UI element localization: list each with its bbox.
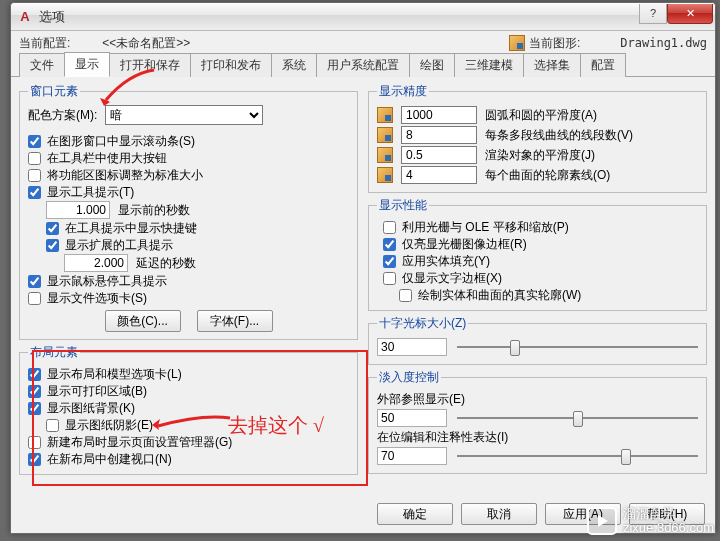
chk-pan[interactable]: 利用光栅与 OLE 平移和缩放(P) <box>383 219 569 235</box>
chk-textframe[interactable]: 仅显示文字边框(X) <box>383 270 502 286</box>
right-column: 显示精度 1000 圆弧和圆的平滑度(A) 8 每条多段线曲线的线段数(V) 0… <box>368 83 707 493</box>
fade-xref-input[interactable] <box>377 409 447 427</box>
p4-label: 每个曲面的轮廓素线(O) <box>485 167 610 184</box>
fonts-button[interactable]: 字体(F)... <box>197 310 273 332</box>
chk-frame[interactable]: 仅亮显光栅图像边框(R) <box>383 236 527 252</box>
chk-papershadow[interactable]: 显示图纸阴影(E) <box>46 417 153 433</box>
dwg-icon <box>377 167 393 183</box>
fade-xref-label: 外部参照显示(E) <box>377 391 465 407</box>
display-performance-legend: 显示性能 <box>377 197 429 214</box>
chk-layouttabs[interactable]: 显示布局和模型选项卡(L) <box>28 366 182 382</box>
tab-draw[interactable]: 绘图 <box>409 53 455 77</box>
chk-paperbg[interactable]: 显示图纸背景(K) <box>28 400 135 416</box>
options-dialog: A 选项 ? ✕ 当前配置: <<未命名配置>> 当前图形: Drawing1.… <box>10 2 716 534</box>
chk-printable[interactable]: 显示可打印区域(B) <box>28 383 147 399</box>
tab-select[interactable]: 选择集 <box>523 53 581 77</box>
tab-opensave[interactable]: 打开和保存 <box>109 53 191 77</box>
chk-scroll[interactable]: 在图形窗口中显示滚动条(S) <box>28 133 195 149</box>
content: 窗口元素 配色方案(M): 暗 在图形窗口中显示滚动条(S) 在工具栏中使用大按… <box>11 77 715 497</box>
window-buttons: ? ✕ <box>639 4 713 24</box>
display-performance-group: 显示性能 利用光栅与 OLE 平移和缩放(P) 仅亮显光栅图像边框(R) 应用实… <box>368 197 707 311</box>
current-drawing-label: 当前图形: <box>529 35 580 52</box>
layout-elements-legend: 布局元素 <box>28 344 80 361</box>
current-drawing-value: Drawing1.dwg <box>620 36 707 50</box>
tab-plot[interactable]: 打印和发布 <box>190 53 272 77</box>
dwg-icon <box>377 147 393 163</box>
tab-profiles[interactable]: 配置 <box>580 53 626 77</box>
crosshair-input[interactable] <box>377 338 447 356</box>
p1-label: 圆弧和圆的平滑度(A) <box>485 107 597 124</box>
profile-row: 当前配置: <<未命名配置>> 当前图形: Drawing1.dwg <box>11 31 715 53</box>
help-button[interactable]: ? <box>639 4 667 24</box>
chk-bigbtn[interactable]: 在工具栏中使用大按钮 <box>28 150 167 166</box>
fade-xref-slider[interactable] <box>457 408 698 428</box>
tab-system[interactable]: 系统 <box>271 53 317 77</box>
p3-input[interactable]: 0.5 <box>401 146 477 164</box>
dwg-icon <box>377 127 393 143</box>
colors-button[interactable]: 颜色(C)... <box>105 310 181 332</box>
app-icon: A <box>17 9 33 25</box>
close-button[interactable]: ✕ <box>667 4 713 24</box>
scheme-select[interactable]: 暗 <box>105 105 263 125</box>
delay-sec-input[interactable] <box>64 254 128 272</box>
tab-userpref[interactable]: 用户系统配置 <box>316 53 410 77</box>
tab-3d[interactable]: 三维建模 <box>454 53 524 77</box>
crosshair-slider[interactable] <box>457 337 698 357</box>
chk-shortcut[interactable]: 在工具提示中显示快捷键 <box>46 220 197 236</box>
crosshair-legend: 十字光标大小(Z) <box>377 315 468 332</box>
help-button[interactable]: 帮助(H) <box>629 503 705 525</box>
p1-input[interactable]: 1000 <box>401 106 477 124</box>
chk-ext-tt[interactable]: 显示扩展的工具提示 <box>46 237 173 253</box>
p4-input[interactable]: 4 <box>401 166 477 184</box>
chk-tooltips[interactable]: 显示工具提示(T) <box>28 184 134 200</box>
fade-edit-slider[interactable] <box>457 446 698 466</box>
display-precision-group: 显示精度 1000 圆弧和圆的平滑度(A) 8 每条多段线曲线的线段数(V) 0… <box>368 83 707 193</box>
footer: 确定 取消 应用(A) 帮助(H) <box>11 497 715 533</box>
scheme-label: 配色方案(M): <box>28 107 97 123</box>
delay-sec-label: 延迟的秒数 <box>136 255 196 271</box>
chk-filetabs[interactable]: 显示文件选项卡(S) <box>28 290 147 306</box>
dwg-icon <box>377 107 393 123</box>
p2-input[interactable]: 8 <box>401 126 477 144</box>
current-profile-value: <<未命名配置>> <box>102 35 190 52</box>
chk-stdicon[interactable]: 将功能区图标调整为标准大小 <box>28 167 203 183</box>
current-profile-label: 当前配置: <box>19 35 70 52</box>
fade-edit-input[interactable] <box>377 447 447 465</box>
fade-edit-label: 在位编辑和注释性表达(I) <box>377 429 508 445</box>
crosshair-group: 十字光标大小(Z) <box>368 315 707 365</box>
cancel-button[interactable]: 取消 <box>461 503 537 525</box>
layout-elements-group: 布局元素 显示布局和模型选项卡(L) 显示可打印区域(B) 显示图纸背景(K) … <box>19 344 358 475</box>
fade-group: 淡入度控制 外部参照显示(E) 在位编辑和注释性表达(I) <box>368 369 707 474</box>
chk-silh[interactable]: 绘制实体和曲面的真实轮廓(W) <box>399 287 581 303</box>
titlebar: A 选项 ? ✕ <box>11 3 715 31</box>
window-title: 选项 <box>39 8 639 26</box>
window-elements-group: 窗口元素 配色方案(M): 暗 在图形窗口中显示滚动条(S) 在工具栏中使用大按… <box>19 83 358 340</box>
drawing-icon <box>509 35 525 51</box>
p3-label: 渲染对象的平滑度(J) <box>485 147 595 164</box>
tab-files[interactable]: 文件 <box>19 53 65 77</box>
sec-before-label: 显示前的秒数 <box>118 202 190 218</box>
p2-label: 每条多段线曲线的线段数(V) <box>485 127 633 144</box>
window-elements-legend: 窗口元素 <box>28 83 80 100</box>
chk-hover[interactable]: 显示鼠标悬停工具提示 <box>28 273 167 289</box>
display-precision-legend: 显示精度 <box>377 83 429 100</box>
ok-button[interactable]: 确定 <box>377 503 453 525</box>
chk-pagesetup[interactable]: 新建布局时显示页面设置管理器(G) <box>28 434 232 450</box>
tab-display[interactable]: 显示 <box>64 52 110 77</box>
fade-legend: 淡入度控制 <box>377 369 441 386</box>
left-column: 窗口元素 配色方案(M): 暗 在图形窗口中显示滚动条(S) 在工具栏中使用大按… <box>19 83 358 493</box>
chk-viewport[interactable]: 在新布局中创建视口(N) <box>28 451 172 467</box>
chk-solidfill[interactable]: 应用实体填充(Y) <box>383 253 490 269</box>
tabs: 文件 显示 打开和保存 打印和发布 系统 用户系统配置 绘图 三维建模 选择集 … <box>11 53 715 77</box>
sec-before-input[interactable] <box>46 201 110 219</box>
apply-button[interactable]: 应用(A) <box>545 503 621 525</box>
